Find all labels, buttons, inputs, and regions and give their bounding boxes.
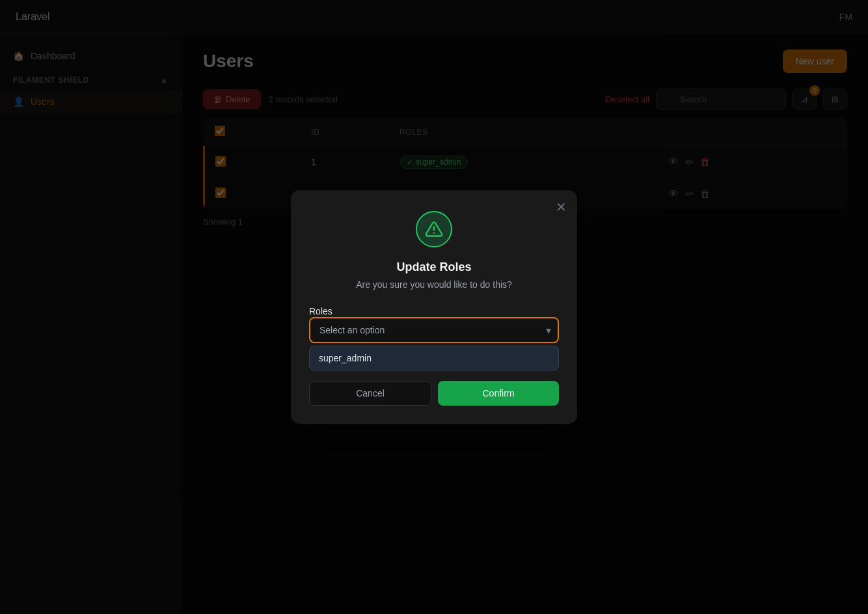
modal-icon-wrap bbox=[309, 211, 559, 247]
modal-title: Update Roles bbox=[309, 260, 559, 274]
modal-footer: Cancel Confirm bbox=[309, 381, 559, 406]
warning-triangle-icon bbox=[425, 220, 443, 238]
roles-select-wrap: Select an option super_admin ▾ bbox=[309, 317, 559, 343]
modal-subtitle: Are you sure you would like to do this? bbox=[309, 279, 559, 290]
modal-close-button[interactable]: ✕ bbox=[556, 201, 567, 214]
roles-label: Roles bbox=[309, 306, 332, 316]
confirm-button[interactable]: Confirm bbox=[438, 381, 559, 406]
update-roles-modal: ✕ Update Roles Are you sure you would li… bbox=[291, 190, 577, 424]
modal-icon-circle bbox=[416, 211, 452, 247]
dropdown-item-super-admin[interactable]: super_admin bbox=[310, 346, 558, 370]
modal-overlay: ✕ Update Roles Are you sure you would li… bbox=[0, 0, 868, 614]
roles-select[interactable]: Select an option super_admin bbox=[309, 317, 559, 343]
cancel-button[interactable]: Cancel bbox=[309, 381, 431, 406]
roles-dropdown: super_admin bbox=[309, 346, 559, 370]
